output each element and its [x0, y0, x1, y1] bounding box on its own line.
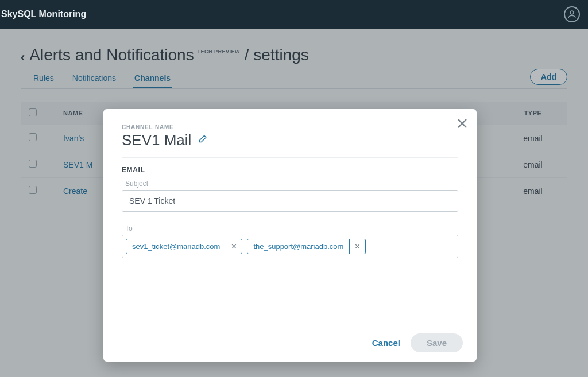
cancel-button[interactable]: Cancel: [372, 338, 400, 348]
channel-name-row: SEV1 Mail: [122, 131, 458, 158]
email-chip: sev1_ticket@mariadb.com ✕: [126, 239, 242, 254]
app-title: SkySQL Monitoring: [0, 9, 86, 20]
chip-label: sev1_ticket@mariadb.com: [126, 239, 226, 254]
chip-label: the_support@mariadb.com: [247, 239, 349, 254]
save-button[interactable]: Save: [411, 333, 463, 352]
subject-input[interactable]: [122, 190, 458, 212]
chip-remove-icon[interactable]: ✕: [226, 239, 242, 254]
chip-remove-icon[interactable]: ✕: [349, 239, 365, 254]
channel-name-label: CHANNEL NAME: [122, 124, 458, 130]
top-bar: SkySQL Monitoring: [0, 0, 588, 29]
close-icon[interactable]: [456, 117, 469, 132]
svg-point-0: [570, 11, 574, 14]
subject-label: Subject: [122, 180, 458, 188]
modal-body: CHANNEL NAME SEV1 Mail EMAIL Subject To …: [103, 109, 477, 324]
edit-channel-modal: CHANNEL NAME SEV1 Mail EMAIL Subject To …: [103, 109, 477, 362]
to-input[interactable]: sev1_ticket@mariadb.com ✕ the_support@ma…: [122, 235, 458, 258]
section-email: EMAIL: [122, 166, 458, 174]
channel-name: SEV1 Mail: [122, 131, 191, 149]
to-label: To: [122, 224, 458, 232]
email-chip: the_support@mariadb.com ✕: [247, 239, 366, 254]
modal-footer: Cancel Save: [103, 324, 477, 362]
pencil-icon[interactable]: [197, 134, 207, 147]
avatar[interactable]: [564, 6, 580, 22]
